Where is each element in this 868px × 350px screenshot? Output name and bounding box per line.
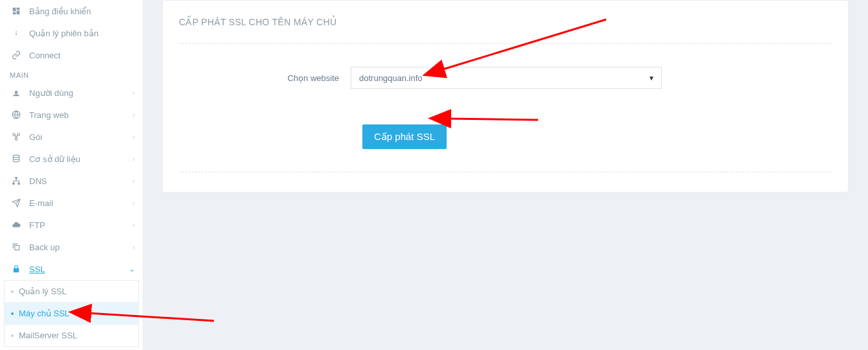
sidebar-item-dashboard[interactable]: Bảng điều khiển — [0, 0, 143, 22]
chevron-right-icon: › — [132, 243, 135, 251]
chevron-right-icon: › — [132, 111, 135, 119]
main-content: CẤP PHÁT SSL CHO TÊN MÁY CHỦ Chọn websit… — [143, 0, 868, 212]
svg-point-1 — [13, 134, 16, 136]
submenu-item-manage-ssl[interactable]: Quản lý SSL — [5, 281, 138, 302]
submenu-item-server-ssl[interactable]: Máy chủ SSL — [5, 302, 138, 324]
copy-icon — [10, 242, 23, 251]
submenu-item-mailserver-ssl[interactable]: MailServer SSL — [5, 324, 138, 346]
chevron-right-icon: › — [132, 133, 135, 141]
sidebar-item-users[interactable]: Người dùng › — [0, 82, 143, 104]
sitemap-icon — [10, 176, 23, 185]
svg-rect-8 — [15, 246, 19, 250]
button-row: Cấp phát SSL — [179, 124, 832, 149]
ssl-issue-panel: CẤP PHÁT SSL CHO TÊN MÁY CHỦ Chọn websit… — [162, 0, 849, 192]
sidebar-item-packages[interactable]: Gói › — [0, 126, 143, 148]
sidebar-item-backup[interactable]: Back up › — [0, 236, 143, 258]
sidebar-item-email[interactable]: E-mail › — [0, 192, 143, 214]
sidebar-item-label: DNS — [29, 176, 47, 186]
issue-ssl-button[interactable]: Cấp phát SSL — [362, 124, 447, 149]
chevron-right-icon: › — [132, 177, 135, 185]
divider — [179, 43, 832, 44]
bullet-icon — [11, 290, 14, 293]
sidebar-item-label: Back up — [29, 242, 60, 252]
sidebar-item-label: Bảng điều khiển — [29, 6, 91, 16]
sidebar-item-websites[interactable]: Trang web › — [0, 104, 143, 126]
sidebar-item-label: Cơ sở dữ liệu — [29, 154, 80, 164]
svg-rect-5 — [15, 177, 18, 179]
sidebar: Bảng điều khiển Quản lý phiên bản Connec… — [0, 0, 143, 350]
globe-icon — [10, 110, 23, 119]
database-icon — [10, 154, 23, 163]
sidebar-item-label: Gói — [29, 132, 42, 142]
website-select-row: Chọn website dotrungquan.info ▼ — [179, 67, 832, 89]
submenu-item-label: MailServer SSL — [19, 331, 77, 340]
submenu-item-label: Quản lý SSL — [19, 286, 67, 296]
chevron-right-icon: › — [132, 199, 135, 207]
chevron-right-icon: › — [132, 89, 135, 97]
select-value: dotrungquan.info — [359, 73, 423, 83]
sidebar-item-label: E-mail — [29, 198, 53, 208]
sidebar-item-dns[interactable]: DNS › — [0, 170, 143, 192]
link-icon — [10, 51, 23, 60]
website-select[interactable]: dotrungquan.info ▼ — [351, 67, 662, 89]
sidebar-section-main: MAIN — [0, 66, 143, 82]
sidebar-item-label: Người dùng — [29, 88, 73, 98]
sidebar-item-label: SSL — [29, 264, 45, 274]
sidebar-item-ssl[interactable]: SSL ⌄ — [0, 258, 143, 280]
dashboard-icon — [10, 6, 23, 16]
sidebar-item-label: FTP — [29, 220, 45, 230]
ssl-submenu: Quản lý SSL Máy chủ SSL MailServer SSL — [4, 280, 139, 347]
svg-point-2 — [18, 134, 20, 136]
users-icon — [10, 88, 23, 97]
panel-title: CẤP PHÁT SSL CHO TÊN MÁY CHỦ — [179, 17, 832, 27]
chevron-right-icon: › — [132, 155, 135, 163]
bullet-icon — [11, 312, 14, 315]
divider — [179, 172, 832, 172]
sidebar-item-label: Trang web — [29, 110, 69, 120]
submenu-item-label: Máy chủ SSL — [19, 309, 69, 318]
svg-point-3 — [15, 138, 18, 141]
package-icon — [10, 132, 23, 141]
cloud-icon — [10, 220, 23, 229]
svg-point-4 — [13, 155, 19, 158]
svg-rect-7 — [18, 183, 20, 185]
sidebar-item-ftp[interactable]: FTP › — [0, 214, 143, 236]
info-icon — [10, 29, 23, 38]
select-website-label: Chọn website — [179, 73, 351, 83]
send-icon — [10, 198, 23, 207]
sidebar-item-label: Connect — [29, 51, 60, 60]
svg-rect-6 — [12, 183, 15, 185]
sidebar-item-version[interactable]: Quản lý phiên bản — [0, 22, 143, 44]
bullet-icon — [11, 334, 14, 337]
caret-down-icon: ▼ — [648, 75, 655, 82]
lock-icon — [10, 264, 23, 274]
sidebar-item-connect[interactable]: Connect — [0, 44, 143, 66]
chevron-down-icon: ⌄ — [129, 265, 135, 274]
chevron-right-icon: › — [132, 221, 135, 229]
sidebar-item-label: Quản lý phiên bản — [29, 29, 99, 38]
sidebar-item-database[interactable]: Cơ sở dữ liệu › — [0, 148, 143, 170]
